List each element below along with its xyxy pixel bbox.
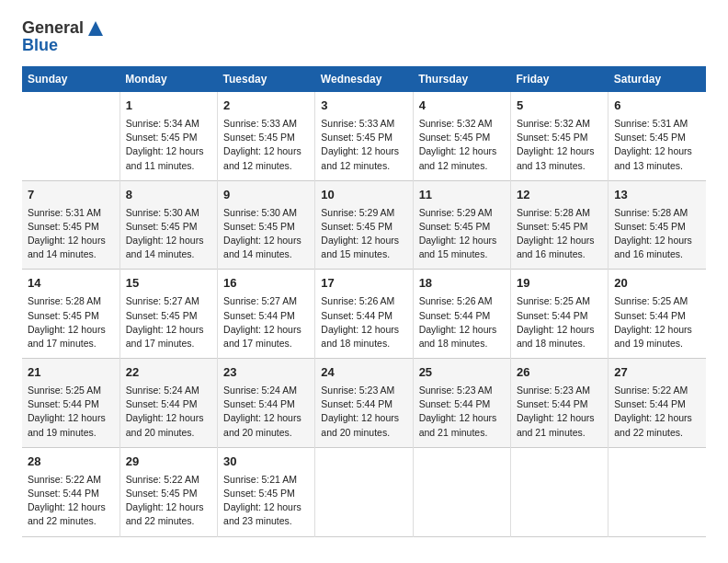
calendar-cell: 12Sunrise: 5:28 AMSunset: 5:45 PMDayligh… [510, 180, 608, 270]
svg-marker-0 [88, 21, 103, 36]
day-number: 3 [321, 98, 406, 115]
calendar-cell: 16Sunrise: 5:27 AMSunset: 5:44 PMDayligh… [218, 270, 315, 359]
calendar-cell: 2Sunrise: 5:33 AMSunset: 5:45 PMDaylight… [218, 92, 315, 180]
calendar-cell: 5Sunrise: 5:32 AMSunset: 5:45 PMDaylight… [510, 92, 608, 180]
day-number: 19 [517, 275, 602, 293]
calendar-cell [413, 447, 510, 536]
logo-general: General [22, 18, 84, 38]
calendar-cell: 7Sunrise: 5:31 AMSunset: 5:45 PMDaylight… [22, 180, 119, 270]
day-info: Sunrise: 5:33 AMSunset: 5:45 PMDaylight:… [223, 118, 301, 171]
weekday-header-friday: Friday [510, 66, 608, 92]
calendar-cell: 24Sunrise: 5:23 AMSunset: 5:44 PMDayligh… [315, 359, 413, 448]
weekday-header-row: SundayMondayTuesdayWednesdayThursdayFrid… [22, 66, 706, 92]
day-number: 20 [614, 275, 700, 293]
weekday-header-monday: Monday [119, 66, 217, 92]
week-row-2: 7Sunrise: 5:31 AMSunset: 5:45 PMDaylight… [22, 180, 706, 270]
day-info: Sunrise: 5:27 AMSunset: 5:45 PMDaylight:… [126, 295, 204, 349]
calendar-cell: 1Sunrise: 5:34 AMSunset: 5:45 PMDaylight… [119, 92, 217, 180]
logo: General Blue [22, 18, 105, 55]
day-number: 8 [126, 187, 211, 204]
day-info: Sunrise: 5:30 AMSunset: 5:45 PMDaylight:… [126, 207, 204, 260]
calendar-cell: 26Sunrise: 5:23 AMSunset: 5:44 PMDayligh… [510, 359, 608, 448]
calendar-cell: 23Sunrise: 5:24 AMSunset: 5:44 PMDayligh… [218, 359, 315, 448]
calendar-cell: 18Sunrise: 5:26 AMSunset: 5:44 PMDayligh… [413, 270, 510, 359]
day-number: 28 [28, 454, 114, 471]
weekday-header-thursday: Thursday [413, 66, 510, 92]
logo-blue-text: Blue [22, 36, 105, 55]
day-info: Sunrise: 5:23 AMSunset: 5:44 PMDaylight:… [321, 385, 399, 438]
calendar-cell [22, 92, 119, 180]
weekday-header-tuesday: Tuesday [218, 66, 315, 92]
calendar-cell: 4Sunrise: 5:32 AMSunset: 5:45 PMDaylight… [413, 92, 510, 180]
day-number: 21 [28, 364, 114, 382]
day-number: 29 [126, 454, 211, 471]
day-number: 23 [223, 364, 309, 382]
day-info: Sunrise: 5:21 AMSunset: 5:45 PMDaylight:… [223, 474, 301, 527]
day-number: 1 [126, 98, 211, 115]
day-info: Sunrise: 5:24 AMSunset: 5:44 PMDaylight:… [223, 385, 301, 438]
day-info: Sunrise: 5:28 AMSunset: 5:45 PMDaylight:… [28, 295, 106, 349]
logo-icon [86, 19, 105, 38]
day-info: Sunrise: 5:31 AMSunset: 5:45 PMDaylight:… [28, 207, 106, 260]
calendar-cell: 30Sunrise: 5:21 AMSunset: 5:45 PMDayligh… [218, 447, 315, 536]
week-row-3: 14Sunrise: 5:28 AMSunset: 5:45 PMDayligh… [22, 270, 706, 359]
day-info: Sunrise: 5:31 AMSunset: 5:45 PMDaylight:… [614, 118, 692, 171]
day-info: Sunrise: 5:23 AMSunset: 5:44 PMDaylight:… [419, 385, 497, 438]
calendar-cell: 21Sunrise: 5:25 AMSunset: 5:44 PMDayligh… [22, 359, 119, 448]
calendar-cell: 27Sunrise: 5:22 AMSunset: 5:44 PMDayligh… [609, 359, 706, 448]
week-row-1: 1Sunrise: 5:34 AMSunset: 5:45 PMDaylight… [22, 92, 706, 180]
day-info: Sunrise: 5:29 AMSunset: 5:45 PMDaylight:… [419, 207, 497, 260]
calendar-table: SundayMondayTuesdayWednesdayThursdayFrid… [22, 66, 706, 537]
day-info: Sunrise: 5:28 AMSunset: 5:45 PMDaylight:… [614, 207, 692, 260]
day-info: Sunrise: 5:26 AMSunset: 5:44 PMDaylight:… [419, 295, 497, 349]
day-info: Sunrise: 5:22 AMSunset: 5:44 PMDaylight:… [614, 385, 692, 438]
day-number: 7 [28, 187, 114, 204]
calendar-cell: 8Sunrise: 5:30 AMSunset: 5:45 PMDaylight… [119, 180, 217, 270]
day-number: 5 [517, 98, 602, 115]
week-row-5: 28Sunrise: 5:22 AMSunset: 5:44 PMDayligh… [22, 447, 706, 536]
calendar-cell: 17Sunrise: 5:26 AMSunset: 5:44 PMDayligh… [315, 270, 413, 359]
day-number: 4 [419, 98, 505, 115]
day-info: Sunrise: 5:25 AMSunset: 5:44 PMDaylight:… [517, 295, 595, 349]
calendar-cell: 10Sunrise: 5:29 AMSunset: 5:45 PMDayligh… [315, 180, 413, 270]
calendar-cell: 15Sunrise: 5:27 AMSunset: 5:45 PMDayligh… [119, 270, 217, 359]
day-info: Sunrise: 5:25 AMSunset: 5:44 PMDaylight:… [614, 295, 692, 349]
day-number: 24 [321, 364, 406, 382]
calendar-cell [315, 447, 413, 536]
day-number: 13 [614, 187, 700, 204]
calendar-cell [609, 447, 706, 536]
day-number: 12 [517, 187, 602, 204]
calendar-cell: 11Sunrise: 5:29 AMSunset: 5:45 PMDayligh… [413, 180, 510, 270]
calendar-cell: 3Sunrise: 5:33 AMSunset: 5:45 PMDaylight… [315, 92, 413, 180]
calendar-cell [510, 447, 608, 536]
calendar-cell: 25Sunrise: 5:23 AMSunset: 5:44 PMDayligh… [413, 359, 510, 448]
day-info: Sunrise: 5:32 AMSunset: 5:45 PMDaylight:… [517, 118, 595, 171]
day-info: Sunrise: 5:22 AMSunset: 5:44 PMDaylight:… [28, 474, 106, 527]
day-info: Sunrise: 5:33 AMSunset: 5:45 PMDaylight:… [321, 118, 399, 171]
day-number: 26 [517, 364, 602, 382]
day-info: Sunrise: 5:29 AMSunset: 5:45 PMDaylight:… [321, 207, 399, 260]
day-number: 15 [126, 275, 211, 293]
day-info: Sunrise: 5:26 AMSunset: 5:44 PMDaylight:… [321, 295, 399, 349]
day-number: 18 [419, 275, 505, 293]
calendar-cell: 13Sunrise: 5:28 AMSunset: 5:45 PMDayligh… [609, 180, 706, 270]
day-number: 27 [614, 364, 700, 382]
day-number: 17 [321, 275, 406, 293]
weekday-header-sunday: Sunday [22, 66, 119, 92]
day-number: 16 [223, 275, 309, 293]
day-number: 9 [223, 187, 309, 204]
calendar-cell: 6Sunrise: 5:31 AMSunset: 5:45 PMDaylight… [609, 92, 706, 180]
day-number: 11 [419, 187, 505, 204]
day-info: Sunrise: 5:28 AMSunset: 5:45 PMDaylight:… [517, 207, 595, 260]
page-header: General Blue [22, 18, 706, 55]
day-number: 10 [321, 187, 406, 204]
day-number: 14 [28, 275, 114, 293]
day-number: 22 [126, 364, 211, 382]
day-info: Sunrise: 5:22 AMSunset: 5:45 PMDaylight:… [126, 474, 204, 527]
calendar-cell: 29Sunrise: 5:22 AMSunset: 5:45 PMDayligh… [119, 447, 217, 536]
day-info: Sunrise: 5:30 AMSunset: 5:45 PMDaylight:… [223, 207, 301, 260]
week-row-4: 21Sunrise: 5:25 AMSunset: 5:44 PMDayligh… [22, 359, 706, 448]
day-info: Sunrise: 5:27 AMSunset: 5:44 PMDaylight:… [223, 295, 301, 349]
calendar-cell: 9Sunrise: 5:30 AMSunset: 5:45 PMDaylight… [218, 180, 315, 270]
weekday-header-saturday: Saturday [609, 66, 706, 92]
